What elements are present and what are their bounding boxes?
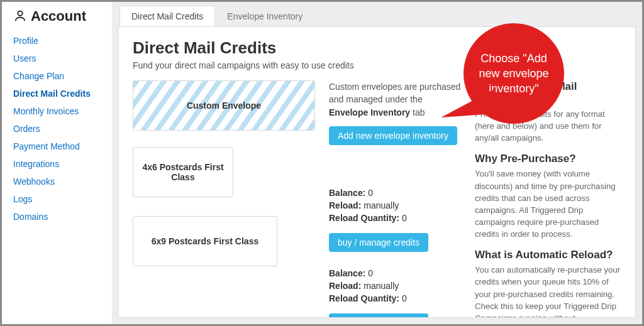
help-copy: What are Direct Mail Credits? Pre-purcha… [475, 80, 621, 318]
help-q1: What are Direct Mail Credits? [475, 80, 621, 106]
sidebar: Account Profile Users Change Plan Direct… [2, 2, 112, 324]
help-q3: What is Automatic Reload? [475, 249, 621, 261]
add-envelope-inventory-button[interactable]: Add new envelope inventory [329, 126, 457, 145]
help-p1: Pre-purchase credits for any format (her… [475, 108, 621, 144]
card-6x9-postcards[interactable]: 6x9 Postcards First Class [133, 216, 277, 266]
buy-manage-credits-button[interactable]: buy / manage credits [329, 233, 428, 252]
credit-block-4x6: Balance: 0 Reload: manually Reload Quant… [329, 188, 461, 318]
svg-point-0 [18, 11, 22, 15]
card-label: 6x9 Postcards First Class [152, 236, 258, 246]
content: Direct Mail Credits Envelope Inventory D… [112, 2, 642, 324]
tab-direct-mail-credits[interactable]: Direct Mail Credits [119, 6, 215, 26]
user-icon [13, 9, 27, 24]
page-title: Direct Mail Credits [133, 38, 621, 58]
card-label: 4x6 Postcards First Class [140, 162, 226, 182]
sidebar-item-users[interactable]: Users [13, 50, 112, 67]
sidebar-item-change-plan[interactable]: Change Plan [13, 67, 112, 85]
sidebar-item-direct-mail-credits[interactable]: Direct Mail Credits [13, 85, 112, 102]
sidebar-item-logs[interactable]: Logs [13, 190, 112, 208]
sidebar-item-orders[interactable]: Orders [13, 120, 112, 138]
buy-manage-credits-button[interactable]: buy / manage credits [329, 313, 428, 318]
tabs: Direct Mail Credits Envelope Inventory [112, 2, 642, 26]
formats: Custom Envelope 4x6 Postcards First Clas… [133, 80, 315, 318]
sidebar-item-webhooks[interactable]: Webhooks [13, 173, 112, 190]
sidebar-item-profile[interactable]: Profile [13, 32, 112, 50]
help-p2: You'll save money (with volume discounts… [475, 168, 621, 240]
sidebar-title: Account [31, 8, 86, 24]
sidebar-item-domains[interactable]: Domains [13, 208, 112, 225]
card-label: Custom Envelope [187, 101, 261, 111]
custom-envelope-info: Custom envelopes are purchased and manag… [329, 80, 461, 119]
credits-controls: Custom envelopes are purchased and manag… [329, 80, 461, 318]
sidebar-item-monthly-invoices[interactable]: Monthly Invoices [13, 102, 112, 120]
sidebar-item-payment-method[interactable]: Payment Method [13, 138, 112, 155]
page-subtitle: Fund your direct mail campaigns with eas… [133, 60, 621, 70]
help-q2: Why Pre-Purchase? [475, 153, 621, 165]
card-4x6-postcards[interactable]: 4x6 Postcards First Class [133, 147, 233, 197]
sidebar-item-integrations[interactable]: Integrations [13, 155, 112, 173]
account-header: Account [13, 8, 112, 24]
tab-envelope-inventory[interactable]: Envelope Inventory [215, 6, 314, 26]
help-p3: You can automatically re-purchase your c… [475, 264, 621, 318]
card-custom-envelope[interactable]: Custom Envelope [133, 80, 315, 131]
panel: Direct Mail Credits Fund your direct mai… [118, 26, 636, 318]
app-frame: Account Profile Users Change Plan Direct… [0, 0, 644, 326]
